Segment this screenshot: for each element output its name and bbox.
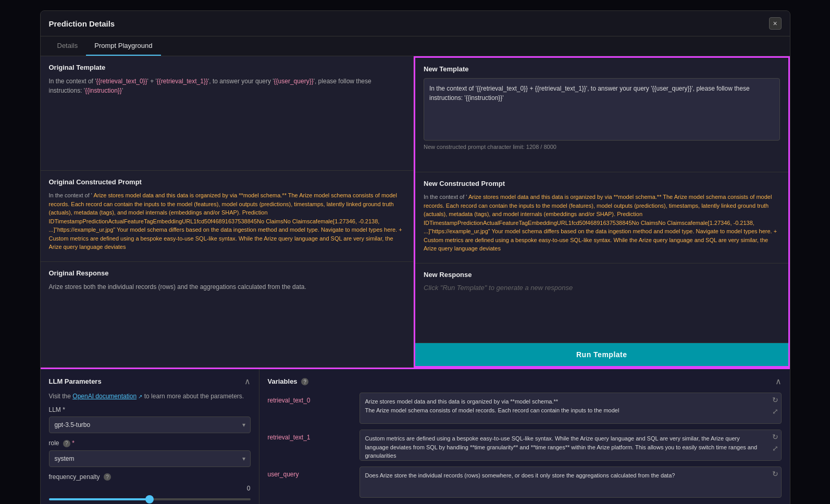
run-template-button[interactable]: Run Template <box>415 343 788 366</box>
variable-row-2: user_query Does Arize store the individu… <box>268 467 782 499</box>
modal-title: Prediction Details <box>49 19 115 28</box>
bottom-panels: LLM Parameters ∧ Visit the OpenAI docume… <box>41 368 790 504</box>
llm-collapse-icon[interactable]: ∧ <box>244 376 251 386</box>
new-constructed-section: New Constructed Prompt In the context of… <box>415 172 788 263</box>
new-template-textarea[interactable] <box>424 78 780 141</box>
prediction-details-modal: Prediction Details × Details Prompt Play… <box>40 10 790 504</box>
original-constructed-section: Original Constructed Prompt In the conte… <box>41 171 414 262</box>
variable-refresh-2[interactable]: ↻ <box>771 469 779 479</box>
var-userquery: {{user_query}} <box>274 78 314 85</box>
left-panel: Original Template In the context of '{{r… <box>41 56 414 368</box>
role-select[interactable]: system user assistant <box>49 450 251 467</box>
llm-info-text: Visit the OpenAI documentation ↗ to lear… <box>49 393 251 400</box>
variable-expand-0[interactable]: ⤢ <box>771 406 779 417</box>
role-select-wrapper: system user assistant ▾ <box>49 450 251 467</box>
original-template-section: Original Template In the context of '{{r… <box>41 56 414 171</box>
variable-expand-1[interactable]: ⤢ <box>771 443 779 453</box>
var-retrieval0: {{retrieval_text_0}} <box>96 78 147 85</box>
llm-panel-title: LLM Parameters <box>49 377 102 385</box>
variables-panel: Variables ? ∧ retrieval_text_0 Arize sto… <box>259 369 790 504</box>
llm-parameters-panel: LLM Parameters ∧ Visit the OpenAI docume… <box>41 369 259 504</box>
new-response-placeholder: Click "Run Template" to generate a new r… <box>424 284 780 292</box>
variable-textarea-1[interactable]: Custom metrics are defined using a bespo… <box>360 430 782 461</box>
llm-label: LLM * <box>49 406 251 413</box>
new-template-title: New Template <box>424 65 780 73</box>
var-instruction: {{instruction}} <box>85 87 122 94</box>
original-response-section: Original Response Arize stores both the … <box>41 262 414 368</box>
right-panel: New Template New constructed prompt char… <box>414 56 790 368</box>
variable-textarea-0[interactable]: Arize stores model data and this data is… <box>360 393 782 424</box>
variable-textarea-2[interactable]: Does Arize store the individual records … <box>360 467 782 498</box>
variable-value-container-1: Custom metrics are defined using a bespo… <box>360 430 782 462</box>
original-response-title: Original Response <box>49 269 405 277</box>
frequency-slider-row: 0 <box>49 485 251 492</box>
variable-icons-1: ↻ ⤢ <box>771 432 779 453</box>
frequency-value: 0 <box>247 485 251 492</box>
variables-panel-title: Variables ? <box>268 377 309 386</box>
external-link-icon: ↗ <box>138 394 142 399</box>
main-content: Original Template In the context of '{{r… <box>41 56 790 504</box>
variables-collapse-icon[interactable]: ∧ <box>775 376 782 386</box>
llm-panel-header: LLM Parameters ∧ <box>49 376 251 386</box>
variable-row-1: retrieval_text_1 Custom metrics are defi… <box>268 430 782 462</box>
var-retrieval1: {{retrieval_text_1}} <box>157 78 208 85</box>
variable-icons-2: ↻ <box>771 469 779 479</box>
frequency-label: frequency_penalty ? <box>49 473 251 481</box>
variable-value-container-2: Does Arize store the individual records … <box>360 467 782 499</box>
frequency-slider-container: 0 <box>49 485 251 502</box>
variable-value-container-0: Arize stores model data and this data is… <box>360 393 782 425</box>
role-help-icon: ? <box>63 440 70 447</box>
variable-icons-0: ↻ ⤢ <box>771 395 779 417</box>
modal-header: Prediction Details × <box>41 11 790 36</box>
original-template-body: In the context of '{{retrieval_text_0}}'… <box>49 77 405 95</box>
new-template-section: New Template New constructed prompt char… <box>415 58 788 172</box>
new-constructed-title: New Constructed Prompt <box>424 180 780 187</box>
variables-panel-header: Variables ? ∧ <box>268 376 782 386</box>
tab-details[interactable]: Details <box>49 36 86 56</box>
original-constructed-title: Original Constructed Prompt <box>49 178 405 186</box>
new-response-section: New Response Click "Run Template" to gen… <box>415 263 788 343</box>
tab-bar: Details Prompt Playground <box>41 36 790 56</box>
frequency-slider[interactable] <box>49 498 251 500</box>
original-constructed-body: In the context of ' Arize stores model d… <box>49 191 405 251</box>
variable-refresh-1[interactable]: ↻ <box>771 432 779 442</box>
close-button[interactable]: × <box>769 17 782 30</box>
llm-select[interactable]: gpt-3.5-turbo gpt-4 gpt-4-turbo <box>49 417 251 433</box>
variables-help-icon: ? <box>301 378 308 385</box>
new-constructed-body: In the context of ' Arize stores model d… <box>424 193 780 253</box>
frequency-help-icon: ? <box>104 473 111 481</box>
tab-prompt-playground[interactable]: Prompt Playground <box>86 36 160 56</box>
role-label: role ? * <box>49 439 251 447</box>
panels-row: Original Template In the context of '{{r… <box>41 56 790 368</box>
variable-refresh-0[interactable]: ↻ <box>771 395 779 405</box>
original-template-title: Original Template <box>49 64 405 71</box>
new-response-title: New Response <box>424 271 780 279</box>
variable-name-2: user_query <box>268 467 351 478</box>
llm-select-wrapper: gpt-3.5-turbo gpt-4 gpt-4-turbo ▾ <box>49 417 251 433</box>
variable-name-0: retrieval_text_0 <box>268 393 351 404</box>
variables-grid: retrieval_text_0 Arize stores model data… <box>268 393 782 499</box>
variable-row-0: retrieval_text_0 Arize stores model data… <box>268 393 782 425</box>
variable-name-1: retrieval_text_1 <box>268 430 351 441</box>
original-response-body: Arize stores both the individual records… <box>49 282 405 292</box>
char-limit-label: New constructed prompt character limit: … <box>424 144 780 150</box>
openai-docs-link[interactable]: OpenAI documentation <box>72 393 137 400</box>
